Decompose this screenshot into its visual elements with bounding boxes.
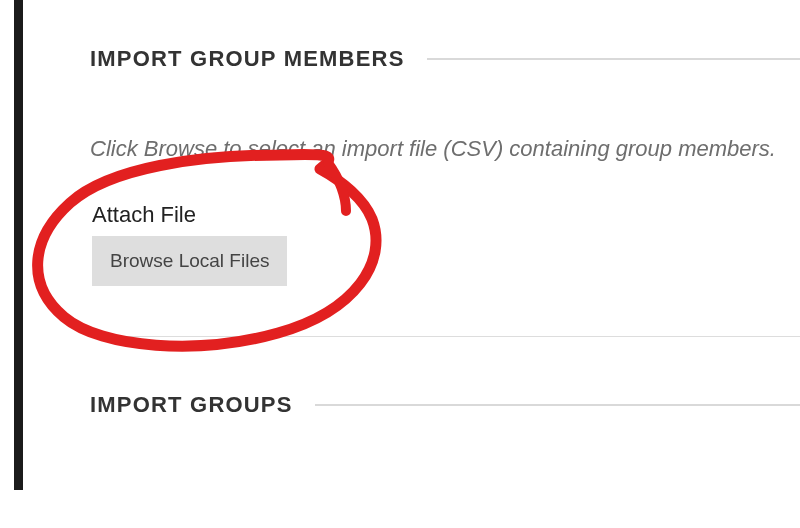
section-divider — [90, 336, 800, 337]
section-title-import-groups: IMPORT GROUPS — [90, 392, 293, 418]
section-title-import-members: IMPORT GROUP MEMBERS — [90, 46, 405, 72]
left-accent-bar — [14, 0, 23, 490]
attach-file-block: Attach File Browse Local Files — [92, 202, 800, 286]
attach-file-label: Attach File — [92, 202, 800, 228]
import-members-instruction: Click Browse to select an import file (C… — [90, 136, 800, 162]
section-rule — [427, 58, 800, 60]
main-content: IMPORT GROUP MEMBERS Click Browse to sel… — [90, 0, 800, 418]
section-header-import-groups: IMPORT GROUPS — [90, 392, 800, 418]
browse-local-files-button[interactable]: Browse Local Files — [92, 236, 287, 286]
section-rule — [315, 404, 800, 406]
section-header-import-members: IMPORT GROUP MEMBERS — [90, 46, 800, 72]
